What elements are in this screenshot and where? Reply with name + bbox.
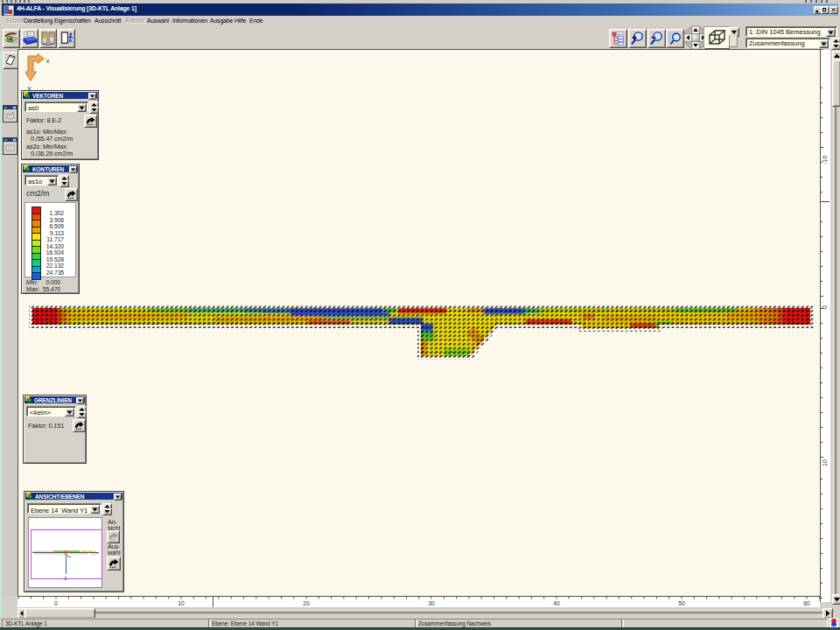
svg-text:20: 20 [303,600,310,606]
svg-text:10: 10 [178,600,185,606]
svg-text:60: 60 [803,600,810,606]
svg-text:40: 40 [553,600,560,606]
svg-text:x: x [46,57,50,65]
svg-text:30: 30 [428,600,435,606]
svg-text:0: 0 [54,600,58,606]
svg-text:50: 50 [678,600,685,606]
svg-text:z: z [64,575,67,581]
